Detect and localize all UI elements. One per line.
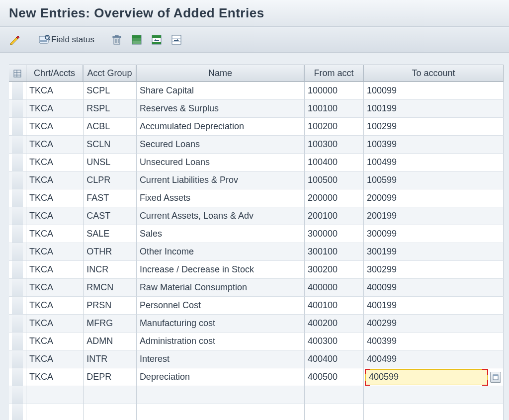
cell-chrt[interactable]: TKCA — [26, 297, 84, 315]
row-selector[interactable] — [9, 386, 26, 404]
cell-empty[interactable] — [84, 404, 137, 420]
select-block-button[interactable] — [149, 32, 165, 47]
cell-name[interactable]: Administration cost — [137, 333, 305, 350]
row-selector[interactable] — [9, 225, 26, 243]
cell-to[interactable]: 200199 — [364, 207, 504, 225]
cell-from[interactable]: 100000 — [305, 82, 364, 100]
cell-to[interactable]: 300199 — [364, 243, 504, 261]
select-all-button[interactable] — [129, 32, 145, 47]
cell-from[interactable]: 400000 — [305, 279, 364, 297]
cell-name[interactable]: Sales — [137, 225, 305, 243]
cell-group[interactable]: DEPR — [84, 368, 137, 386]
row-selector[interactable] — [9, 297, 26, 315]
row-selector[interactable] — [9, 207, 26, 225]
col-header-from[interactable]: From acct — [305, 65, 364, 82]
cell-to[interactable]: 100299 — [364, 118, 504, 136]
cell-group[interactable]: ADMN — [84, 333, 137, 350]
cell-name[interactable]: Interest — [137, 350, 305, 368]
cell-name[interactable]: Manufacturing cost — [137, 315, 305, 333]
row-selector[interactable] — [9, 279, 26, 297]
to-account-input[interactable] — [366, 370, 487, 385]
cell-chrt[interactable]: TKCA — [26, 368, 84, 386]
cell-empty[interactable] — [84, 386, 137, 404]
cell-to[interactable]: 400199 — [364, 297, 504, 315]
cell-group[interactable]: INCR — [84, 261, 137, 279]
row-selector[interactable] — [9, 100, 26, 118]
cell-chrt[interactable]: TKCA — [26, 315, 84, 333]
cell-group[interactable]: OTHR — [84, 243, 137, 261]
delete-button[interactable] — [109, 32, 125, 47]
cell-chrt[interactable]: TKCA — [26, 350, 84, 368]
table-config-button[interactable] — [9, 65, 26, 82]
cell-from[interactable]: 200100 — [305, 207, 364, 225]
row-selector[interactable] — [9, 315, 26, 333]
cell-empty[interactable] — [137, 404, 305, 420]
cell-from[interactable]: 400300 — [305, 333, 364, 350]
cell-chrt[interactable]: TKCA — [26, 118, 84, 136]
cell-group[interactable]: RSPL — [84, 100, 137, 118]
cell-group[interactable]: ACBL — [84, 118, 137, 136]
cell-empty[interactable] — [305, 404, 364, 420]
row-selector[interactable] — [9, 189, 26, 207]
deselect-all-button[interactable] — [169, 32, 184, 47]
cell-chrt[interactable]: TKCA — [26, 189, 84, 207]
cell-from[interactable]: 400400 — [305, 350, 364, 368]
cell-from[interactable]: 100400 — [305, 154, 364, 171]
cell-from[interactable]: 400100 — [305, 297, 364, 315]
cell-group[interactable]: UNSL — [84, 154, 137, 171]
value-help-button[interactable] — [490, 372, 501, 383]
cell-to[interactable]: 100599 — [364, 171, 504, 189]
cell-empty[interactable] — [26, 386, 84, 404]
cell-group[interactable]: INTR — [84, 350, 137, 368]
cell-from[interactable]: 100500 — [305, 171, 364, 189]
cell-name[interactable]: Other Income — [137, 243, 305, 261]
col-header-name[interactable]: Name — [137, 65, 305, 82]
cell-chrt[interactable]: TKCA — [26, 279, 84, 297]
cell-group[interactable]: FAST — [84, 189, 137, 207]
cell-to[interactable]: 100499 — [364, 154, 504, 171]
cell-to[interactable]: 100199 — [364, 100, 504, 118]
cell-chrt[interactable]: TKCA — [26, 225, 84, 243]
col-header-chrt[interactable]: Chrt/Accts — [26, 65, 84, 82]
cell-name[interactable]: Current Assets, Loans & Adv — [137, 207, 305, 225]
cell-chrt[interactable]: TKCA — [26, 82, 84, 100]
cell-chrt[interactable]: TKCA — [26, 207, 84, 225]
cell-to[interactable]: 100399 — [364, 136, 504, 154]
col-header-to[interactable]: To account — [364, 65, 504, 82]
cell-chrt[interactable]: TKCA — [26, 243, 84, 261]
cell-from[interactable]: 100100 — [305, 100, 364, 118]
cell-from[interactable]: 100200 — [305, 118, 364, 136]
cell-chrt[interactable]: TKCA — [26, 333, 84, 350]
cell-name[interactable]: Increase / Decrease in Stock — [137, 261, 305, 279]
cell-from[interactable]: 400500 — [305, 368, 364, 386]
cell-from[interactable]: 300000 — [305, 225, 364, 243]
row-selector[interactable] — [9, 82, 26, 100]
cell-name[interactable]: Fixed Assets — [137, 189, 305, 207]
cell-empty[interactable] — [305, 386, 364, 404]
change-display-button[interactable] — [7, 32, 25, 47]
cell-from[interactable]: 300100 — [305, 243, 364, 261]
cell-group[interactable]: SCPL — [84, 82, 137, 100]
row-selector[interactable] — [9, 136, 26, 154]
cell-name[interactable]: Personnel Cost — [137, 297, 305, 315]
cell-name[interactable]: Raw Material Consumption — [137, 279, 305, 297]
row-selector[interactable] — [9, 368, 26, 386]
col-header-group[interactable]: Acct Group — [84, 65, 137, 82]
cell-group[interactable]: CLPR — [84, 171, 137, 189]
cell-group[interactable]: CAST — [84, 207, 137, 225]
cell-from[interactable]: 400200 — [305, 315, 364, 333]
cell-empty[interactable] — [364, 404, 504, 420]
cell-group[interactable]: MFRG — [84, 315, 137, 333]
row-selector[interactable] — [9, 261, 26, 279]
cell-to[interactable]: 300299 — [364, 261, 504, 279]
row-selector[interactable] — [9, 350, 26, 368]
cell-group[interactable]: SCLN — [84, 136, 137, 154]
cell-chrt[interactable]: TKCA — [26, 171, 84, 189]
cell-empty[interactable] — [26, 404, 84, 420]
row-selector[interactable] — [9, 154, 26, 171]
cell-to[interactable]: 200099 — [364, 189, 504, 207]
row-selector[interactable] — [9, 404, 26, 420]
cell-empty[interactable] — [364, 386, 504, 404]
cell-group[interactable]: PRSN — [84, 297, 137, 315]
cell-name[interactable]: Share Capital — [137, 82, 305, 100]
